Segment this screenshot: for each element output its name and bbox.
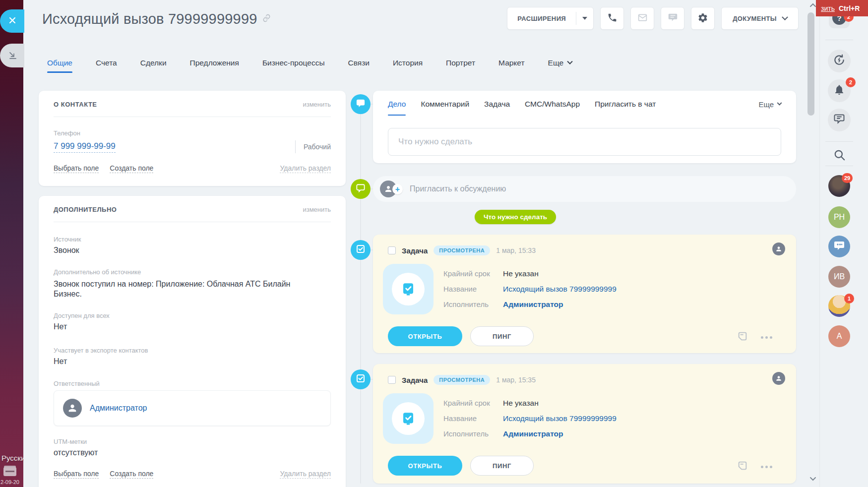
contact-edit-link[interactable]: изменить (303, 101, 331, 108)
invite-to-discussion-bar[interactable]: + Пригласить к обсуждению (373, 176, 796, 202)
tab-scheta[interactable]: Счета (96, 59, 117, 67)
collapse-slider-button[interactable] (0, 44, 24, 67)
divider (54, 222, 331, 222)
background-window-strip: Русски 2-09-20 (0, 0, 23, 487)
editor-tab-sms-whatsapp[interactable]: СМС/WhatsApp (525, 100, 580, 109)
select-field-link[interactable]: Выбрать поле (54, 470, 99, 479)
tab-market[interactable]: Маркет (498, 59, 525, 67)
chevron-down-icon (782, 14, 788, 20)
export-participation-label: Участвует в экспорте контактов (54, 347, 331, 354)
call-button[interactable] (600, 7, 624, 30)
assignee-link[interactable]: Администратор (503, 429, 563, 438)
contact-info-card: О КОНТАКТЕ изменить Телефон 7 999 999-99… (39, 91, 346, 186)
timeline-editor-card: Дело Комментарий Задача СМС/WhatsApp При… (373, 91, 796, 163)
tab-more[interactable]: Еще (548, 59, 572, 67)
task-checkbox[interactable] (388, 376, 396, 384)
reload-link[interactable]: зить (821, 4, 835, 12)
tab-portret[interactable]: Портрет (446, 59, 475, 67)
phone-number-link[interactable]: 7 999 999-99-99 (54, 141, 116, 153)
divider (819, 0, 820, 487)
additional-info-card: ДОПОЛНИТЕЛЬНО изменить Источник Звонок Д… (39, 196, 346, 487)
editor-tab-zadacha[interactable]: Задача (484, 100, 510, 109)
tab-biznes-processy[interactable]: Бизнес-процессы (262, 59, 325, 67)
mail-icon (637, 12, 648, 24)
task-name-link[interactable]: Исходящий вызов 79999999999 (503, 285, 617, 294)
select-field-link[interactable]: Выбрать поле (54, 164, 99, 173)
chat-unread-badge: 1 (844, 294, 854, 304)
messenger-button[interactable] (828, 109, 851, 131)
extensions-button[interactable]: РАСШИРЕНИЯ (507, 7, 594, 30)
phone-field-label: Телефон (54, 129, 331, 137)
source-field-value: Звонок (54, 246, 331, 255)
responsible-label: Ответственный (54, 380, 331, 387)
page-title: Исходящий вызов 79999999999 (42, 11, 257, 27)
delete-section-link[interactable]: Удалить раздел (280, 470, 331, 479)
copy-link-icon[interactable] (262, 14, 271, 24)
chat-bubble-icon (668, 12, 678, 24)
pin-note-icon[interactable] (737, 331, 748, 344)
task-author-avatar[interactable] (772, 243, 785, 255)
extensions-dropdown-toggle[interactable] (576, 17, 593, 20)
group-chat-avatar[interactable] (828, 236, 850, 257)
editor-tab-delo[interactable]: Дело (388, 100, 406, 109)
todo-input[interactable] (388, 128, 781, 156)
additional-section-title: ДОПОЛНИТЕЛЬНО (54, 206, 117, 213)
browser-reload-banner[interactable]: зить Ctrl+R (816, 0, 868, 16)
pin-note-icon[interactable] (737, 460, 748, 473)
invite-to-discussion-label: Пригласить к обсуждению (410, 184, 506, 193)
user-avatar-icon (63, 399, 82, 418)
task-name-link[interactable]: Исходящий вызов 79999999999 (503, 414, 617, 423)
responsible-user-link[interactable]: Администратор (90, 404, 147, 413)
more-actions-icon[interactable] (761, 466, 772, 468)
printer-icon (3, 467, 16, 476)
delete-section-link[interactable]: Удалить раздел (280, 164, 331, 173)
tab-sdelki[interactable]: Сделки (140, 59, 167, 67)
group-chat-icon (833, 240, 845, 253)
recent-chat-avatar[interactable]: РН (828, 206, 850, 228)
create-field-link[interactable]: Создать поле (110, 470, 153, 479)
open-task-button[interactable]: ОТКРЫТЬ (388, 326, 462, 346)
close-slider-button[interactable] (0, 9, 24, 33)
utm-value: отсутствуют (54, 448, 331, 457)
avatar-initials: РН (834, 213, 845, 222)
task-checkbox[interactable] (388, 246, 396, 254)
open-task-button[interactable]: ОТКРЫТЬ (388, 456, 462, 476)
documents-button[interactable]: ДОКУМЕНТЫ (721, 7, 799, 30)
speech-bubble-outline-icon (356, 183, 365, 194)
scrollbar-thumb[interactable] (807, 12, 814, 116)
editor-tab-more[interactable]: Еще (758, 100, 781, 109)
timeline-task-marker (351, 240, 371, 260)
recent-chat-avatar[interactable]: А (828, 325, 850, 347)
updates-button[interactable] (828, 50, 851, 72)
editor-tab-priglasit-v-chat[interactable]: Пригласить в чат (595, 100, 656, 109)
task-card: Задача ПРОСМОТРЕНА 1 мар, 15:33 Крайний … (373, 235, 796, 353)
ping-button[interactable]: ПИНГ (470, 456, 534, 476)
more-actions-icon[interactable] (761, 336, 772, 339)
settings-button[interactable] (691, 7, 715, 30)
recent-chat-avatar[interactable]: ИВ (828, 266, 850, 288)
available-for-all-label: Доступен для всех (54, 312, 331, 319)
tab-svyazi[interactable]: Связи (348, 59, 370, 67)
email-button[interactable] (630, 7, 654, 30)
task-author-avatar[interactable] (772, 372, 785, 385)
source-field-label: Источник (54, 236, 331, 243)
ping-button[interactable]: ПИНГ (470, 326, 534, 346)
tab-istoriya[interactable]: История (393, 59, 423, 67)
deadline-value: Не указан (503, 269, 539, 278)
extensions-label: РАСШИРЕНИЯ (507, 15, 576, 22)
responsible-user-card[interactable]: Администратор (54, 390, 331, 426)
dialog-bubble-icon (833, 113, 845, 127)
speech-bubble-icon (356, 99, 365, 110)
editor-tab-kommentariy[interactable]: Комментарий (421, 100, 469, 109)
task-status-badge: ПРОСМОТРЕНА (434, 245, 490, 255)
additional-edit-link[interactable]: изменить (303, 206, 331, 213)
editor-more-label: Еще (758, 100, 774, 109)
tab-predlozheniya[interactable]: Предложения (190, 59, 239, 67)
search-icon[interactable] (833, 149, 846, 164)
chat-button[interactable] (661, 7, 684, 30)
create-field-link[interactable]: Создать поле (110, 164, 153, 173)
assignee-link[interactable]: Администратор (503, 300, 563, 309)
next-action-badge[interactable]: Что нужно сделать (475, 210, 556, 224)
tab-obshchie[interactable]: Общие (47, 59, 72, 67)
scroll-down-icon[interactable] (808, 475, 817, 484)
